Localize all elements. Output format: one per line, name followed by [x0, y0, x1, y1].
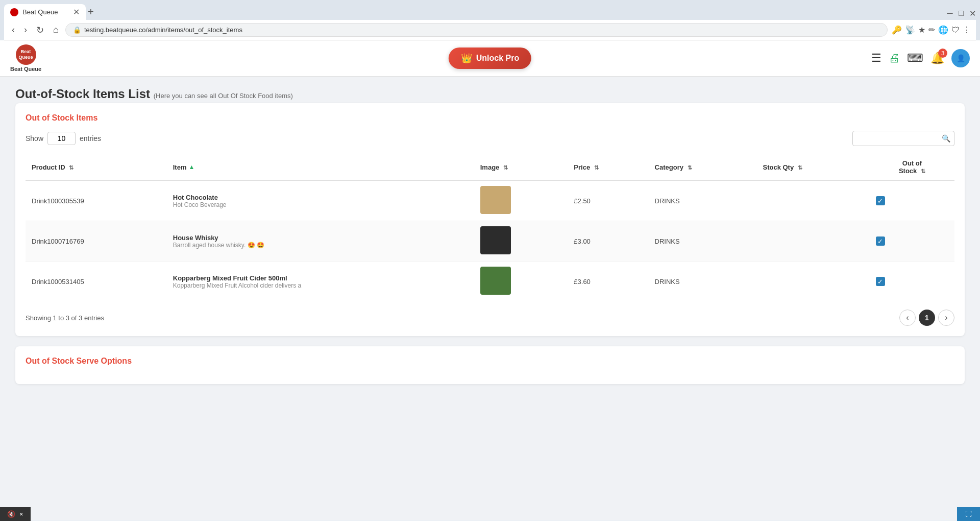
out-of-stock-checkbox[interactable]: ✓	[876, 277, 885, 286]
cell-image	[474, 180, 568, 221]
search-icon: 🔍	[942, 134, 950, 143]
pen-icon[interactable]: ✏	[928, 25, 935, 35]
table-row: Drink1000305539 Hot Chocolate Hot Coco B…	[26, 180, 954, 221]
item-name: House Whisky	[173, 234, 468, 242]
col-price[interactable]: Price ⇅	[568, 154, 648, 180]
col-product-id[interactable]: Product ID ⇅	[26, 154, 167, 180]
sort-icon-price: ⇅	[594, 164, 599, 171]
col-stock-qty[interactable]: Stock Qty ⇅	[756, 154, 869, 180]
cell-category: DRINKS	[649, 221, 757, 262]
printer-icon[interactable]: 🖨	[889, 52, 900, 65]
table-row: Drink1000716769 House Whisky Barroll age…	[26, 221, 954, 262]
keyboard-icon[interactable]: ⌨	[907, 52, 923, 65]
unlock-pro-label: Unlock Pro	[476, 54, 519, 63]
sort-up-icon: ▲	[188, 163, 194, 171]
cell-out-of-stock: ✓	[870, 180, 954, 221]
main-content: Out-of-Stock Items List (Here you can se…	[0, 77, 980, 405]
brand-logo: BeatQueue Beat Queue	[10, 44, 41, 72]
cell-out-of-stock: ✓	[870, 221, 954, 262]
cell-stock-qty	[756, 262, 869, 302]
pagination: Showing 1 to 3 of 3 entries ‹ 1 ›	[26, 310, 954, 326]
user-avatar[interactable]: 👤	[951, 49, 970, 67]
search-input[interactable]	[852, 131, 954, 146]
header-right: ☰ 🖨 ⌨ 🔔 3 👤	[871, 49, 970, 67]
tab-close-button[interactable]: ✕	[73, 7, 80, 17]
window-controls: ─ □ ✕	[946, 9, 976, 16]
show-label: Show	[26, 134, 43, 143]
out-of-stock-checkbox[interactable]: ✓	[876, 196, 885, 205]
crown-icon: 👑	[461, 53, 472, 64]
item-desc: Kopparberg Mixed Fruit Alcohol cider del…	[173, 282, 468, 289]
entries-per-page-input[interactable]	[47, 132, 76, 145]
prev-page-button[interactable]: ‹	[899, 310, 916, 326]
back-button[interactable]: ‹	[9, 23, 17, 36]
current-page[interactable]: 1	[919, 310, 935, 326]
cast-icon[interactable]: 📡	[905, 25, 915, 35]
item-name: Hot Chocolate	[173, 194, 468, 201]
logo-circle: BeatQueue	[16, 44, 36, 65]
browser-actions: 🔑 📡 ★ ✏ 🌐 🛡 ⋮	[892, 25, 971, 35]
close-window-button[interactable]: ✕	[969, 9, 976, 16]
brand-name: Beat Queue	[10, 66, 41, 72]
section-title: Out of Stock Items	[26, 113, 954, 123]
notification-bell[interactable]: 🔔 3	[930, 52, 944, 65]
unlock-pro-button[interactable]: 👑 Unlock Pro	[449, 48, 531, 69]
next-page-button[interactable]: ›	[938, 310, 954, 326]
avatar-icon: 👤	[957, 54, 965, 62]
active-tab[interactable]: Beat Queue ✕	[4, 4, 86, 20]
cell-image	[474, 221, 568, 262]
address-input[interactable]	[84, 26, 880, 34]
table-row: Drink1000531405 Kopparberg Mixed Fruit C…	[26, 262, 954, 302]
out-of-stock-checkbox[interactable]: ✓	[876, 236, 885, 246]
address-bar-wrap[interactable]: 🔒	[65, 23, 888, 37]
shield-icon[interactable]: 🛡	[951, 26, 960, 35]
cell-category: DRINKS	[649, 262, 757, 302]
page-title: Out-of-Stock Items List (Here you can se…	[15, 87, 965, 101]
notification-badge: 3	[938, 49, 947, 58]
entries-label: entries	[80, 134, 101, 143]
new-tab-button[interactable]: +	[88, 6, 94, 18]
hamburger-menu-icon[interactable]: ☰	[871, 52, 881, 65]
fullscreen-icon[interactable]: ⛶	[965, 510, 972, 518]
cell-item: Hot Chocolate Hot Coco Beverage	[167, 180, 474, 221]
col-category[interactable]: Category ⇅	[649, 154, 757, 180]
lock-icon: 🔒	[73, 26, 81, 34]
serve-section-title: Out of Stock Serve Options	[26, 357, 954, 366]
app-header: BeatQueue Beat Queue 👑 Unlock Pro ☰ 🖨 ⌨ …	[0, 40, 980, 77]
mute-label: ×	[19, 510, 23, 518]
out-of-stock-items-section: Out of Stock Items Show entries 🔍 Produc…	[15, 103, 965, 336]
extensions-icon[interactable]: 🔑	[892, 25, 902, 35]
mute-icon[interactable]: 🔇	[7, 510, 15, 518]
cell-item: House Whisky Barroll aged house whisky. …	[167, 221, 474, 262]
out-of-stock-serve-section: Out of Stock Serve Options	[15, 346, 965, 384]
forward-button[interactable]: ›	[21, 23, 30, 36]
pagination-controls: ‹ 1 ›	[899, 310, 954, 326]
tab-bar: Beat Queue ✕ + ─ □ ✕	[4, 4, 976, 20]
search-wrap: 🔍	[852, 131, 954, 146]
table-controls: Show entries 🔍	[26, 131, 954, 146]
col-out-of-stock[interactable]: Out ofStock ⇅	[870, 154, 954, 180]
menu-icon[interactable]: ⋮	[963, 25, 971, 35]
bookmark-icon[interactable]: ★	[918, 25, 925, 35]
items-table: Product ID ⇅ Item ▲ Image ⇅ Price ⇅ Cate…	[26, 154, 954, 301]
tab-favicon	[10, 8, 18, 16]
sort-icon: ⇅	[69, 164, 74, 171]
cell-price: £3.60	[568, 262, 648, 302]
home-button[interactable]: ⌂	[51, 23, 61, 36]
bottom-bar: 🔇 ×	[0, 507, 31, 520]
translate-icon[interactable]: 🌐	[938, 25, 948, 35]
logo-text: BeatQueue	[19, 49, 33, 60]
pagination-info: Showing 1 to 3 of 3 entries	[26, 314, 104, 322]
maximize-button[interactable]: □	[958, 9, 965, 16]
minimize-button[interactable]: ─	[946, 9, 953, 16]
show-entries-control: Show entries	[26, 132, 101, 145]
refresh-button[interactable]: ↻	[34, 23, 46, 37]
col-item[interactable]: Item ▲	[167, 154, 474, 180]
table-header: Product ID ⇅ Item ▲ Image ⇅ Price ⇅ Cate…	[26, 154, 954, 180]
cell-category: DRINKS	[649, 180, 757, 221]
cell-stock-qty	[756, 221, 869, 262]
cell-price: £2.50	[568, 180, 648, 221]
col-image[interactable]: Image ⇅	[474, 154, 568, 180]
item-desc: Hot Coco Beverage	[173, 201, 468, 208]
browser-toolbar: ‹ › ↻ ⌂ 🔒 🔑 📡 ★ ✏ 🌐 🛡 ⋮	[4, 20, 976, 40]
